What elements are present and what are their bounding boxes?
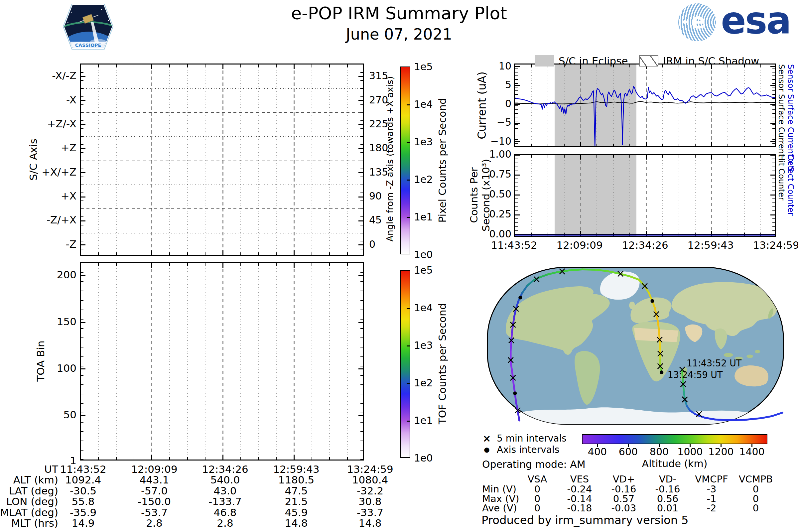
current-plot-panel [514,63,776,147]
x-tick [311,263,312,266]
ephemeris-value: 1180.5 [278,474,314,486]
colorbar-tick [407,308,410,309]
altitude-tick-label: 1000 [677,446,703,457]
y-tick [81,322,86,323]
orbit-track-segment [715,420,728,420]
esa-logo: e esa [678,3,788,44]
ephemeris-value: 2.8 [146,517,162,529]
minor-gridline [258,64,259,255]
x-tick [347,263,348,266]
y-minor-tick [360,413,363,413]
eclipse-legend-label: S/C in Eclipse [558,55,628,67]
y-tick [358,221,363,222]
ephemeris-value: -35.9 [70,507,96,518]
y-minor-tick [360,128,363,129]
minor-gridline [329,64,330,255]
counts-tick-label: 0.75 [0,168,511,180]
y-minor-tick [360,366,363,366]
y-minor-tick [360,394,363,394]
y-minor-tick [360,300,363,301]
y-minor-tick [81,309,83,310]
y-minor-tick [360,160,363,161]
time-axis-tick-label: 11:43:52 [491,239,537,251]
operating-mode: Operating mode: AM [482,458,586,470]
ephemeris-row-label: MLT (hrs) [0,517,58,529]
x-tick [116,263,117,266]
colorbar-tick-label: 1e2 [414,377,433,389]
voltage-column-header: VSA [528,474,547,485]
ephemeris-value: 12:59:43 [273,463,319,475]
horizontal-gridline [81,185,363,185]
ephemeris-value: 14.8 [358,517,381,529]
x-tick [151,455,152,459]
x-tick [223,455,224,459]
minor-gridline [347,263,348,459]
pixel-colorbar [400,66,410,254]
minor-gridline [276,263,277,459]
y-minor-tick [360,384,363,385]
y-minor-tick [360,347,363,347]
current-curves [515,64,776,147]
x-tick [329,457,330,459]
colorbar-tick [407,345,410,346]
x-tick [276,457,277,459]
toa-tick-label: 200 [0,269,76,281]
x-tick [347,252,348,255]
orbit-track-segment [728,420,745,420]
current-tick-label: 5 [0,79,511,91]
y-minor-tick [360,272,363,273]
ephemeris-value: 14.9 [72,517,94,529]
time-axis-tick-label: 13:24:59 [753,239,798,251]
ephemeris-value: -32.2 [357,485,383,497]
counts-tick-label: 0.25 [0,208,511,220]
x-tick [169,457,170,459]
x-tick [98,252,99,255]
orbit-track-segment [745,418,761,420]
counts-tick-label: 0.50 [0,188,511,200]
current-tick-label: −5 [0,116,511,128]
ephemeris-row-label: LAT (deg) [0,485,58,497]
x-tick [205,263,206,266]
voltage-column-header: VD- [659,474,677,485]
y-minor-tick [360,403,363,404]
voltage-column-header: VD+ [613,474,635,485]
voltage-column-header: VCMPB [739,474,773,485]
minor-gridline [241,64,241,255]
page-title: e-POP IRM Summary Plot [291,3,507,23]
y-minor-tick [81,185,83,185]
y-minor-tick [515,147,518,147]
ephemeris-value: 12:09:09 [131,463,177,475]
ephemeris-value: 45.9 [285,507,307,518]
cassiope-mission-patch: CASSIOPE [61,2,115,51]
ephemeris-value: -57.0 [141,485,168,497]
minor-gridline [311,64,312,255]
major-gridline [223,64,224,255]
altitude-tick-label: 1200 [708,446,734,457]
x-tick [151,250,152,255]
minor-gridline [134,263,134,459]
y-minor-tick [360,309,363,310]
minor-gridline [116,64,117,255]
orbit-track-segment [511,332,512,341]
y-minor-tick [360,72,363,73]
ephemeris-value: 46.8 [213,507,236,518]
y-minor-tick [360,338,363,338]
y-minor-tick [360,291,363,291]
toa-tick-label: 100 [0,362,76,374]
y-minor-tick [81,338,83,338]
x-tick [98,457,99,459]
minor-gridline [311,263,312,459]
ephemeris-value: 13:24:59 [347,463,393,475]
minor-gridline [98,263,99,459]
current-tick-label: 0 [0,97,511,109]
y-minor-tick [81,403,83,404]
y-minor-tick [81,413,83,413]
counters-plot-panel [514,154,776,237]
y-minor-tick [81,128,83,129]
minor-gridline [329,263,330,459]
y-minor-tick [773,147,775,147]
x-tick [258,457,259,459]
y-minor-tick [360,357,363,357]
map-legend-label: Axis intervals [497,444,559,455]
x-tick [258,252,259,255]
